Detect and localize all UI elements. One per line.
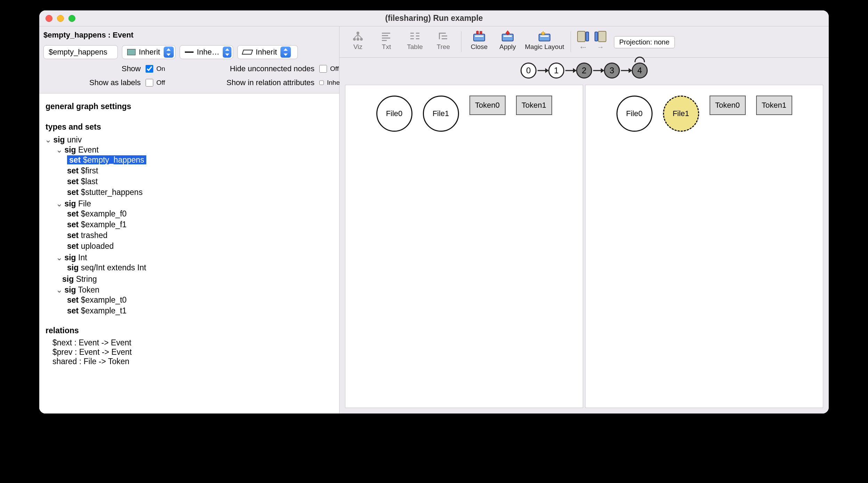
svg-point-2: [357, 38, 359, 41]
relation-next[interactable]: $next : Event -> Event: [52, 338, 336, 347]
tree-pane[interactable]: general graph settings types and sets ⌄ …: [39, 93, 339, 414]
set-keyword: set: [67, 188, 79, 197]
chevron-down-icon[interactable]: ⌄: [56, 285, 62, 295]
sig-keyword: sig: [64, 253, 76, 262]
svg-rect-25: [540, 35, 549, 37]
node-token0[interactable]: Token0: [469, 96, 506, 115]
show-as-labels-checkbox[interactable]: [146, 79, 153, 87]
nav-prev-label: ⤎: [578, 43, 589, 51]
show-in-relation-toggle[interactable]: Inherited: [318, 78, 339, 88]
tree-node-file[interactable]: ⌄ sig File set $example_f0 set $example_…: [56, 198, 336, 252]
node-label: File1: [673, 109, 689, 118]
stepper-icon[interactable]: [280, 47, 291, 58]
relation-prev[interactable]: $prev : Event -> Event: [52, 347, 336, 357]
show-checkbox[interactable]: [146, 65, 153, 73]
node-label: Token1: [762, 101, 786, 110]
svg-point-1: [353, 38, 356, 41]
tree-node-example-f0[interactable]: set $example_f0: [67, 208, 336, 219]
svg-rect-13: [416, 38, 419, 39]
svg-rect-6: [382, 38, 390, 39]
svg-rect-8: [410, 33, 414, 34]
txt-button[interactable]: Txt: [372, 30, 401, 51]
tree-node-example-t1[interactable]: set $example_t1: [67, 305, 336, 316]
name-field-value: $empty_happens: [49, 48, 107, 57]
tree-node-int[interactable]: ⌄ sig Int sig seq/Int extends Int: [56, 252, 336, 274]
tree-node-last[interactable]: set $last: [67, 176, 336, 187]
table-button[interactable]: Table: [401, 30, 429, 51]
viz-label: Viz: [353, 43, 362, 51]
color-combo[interactable]: Inherit: [122, 45, 175, 59]
canvas-row: File0 File1 Token0 Token1 File0 File1 To…: [339, 80, 829, 414]
svg-rect-27: [586, 32, 589, 41]
state-4[interactable]: 4: [632, 63, 648, 79]
relations-list: $next : Event -> Event $prev : Event -> …: [43, 338, 336, 366]
tree-node-token[interactable]: ⌄ sig Token set $example_t0 set $example…: [56, 285, 336, 317]
tree-node-event[interactable]: ⌄ sig Event set $empty_happens: [56, 145, 336, 198]
tree-node-first[interactable]: set $first: [67, 165, 336, 176]
tree-node-uploaded[interactable]: set uploaded: [67, 241, 336, 252]
node-label: Token1: [522, 101, 546, 110]
node-label: Token0: [475, 101, 500, 110]
minimize-window-button[interactable]: [57, 15, 64, 22]
state-2[interactable]: 2: [576, 63, 592, 79]
node-token0[interactable]: Token0: [710, 96, 746, 115]
line-combo[interactable]: Inhe…: [180, 45, 233, 59]
tree-node-univ[interactable]: ⌄ sig univ ⌄ sig Event: [45, 134, 336, 318]
state-label: 4: [637, 66, 642, 75]
tree-node-example-t0[interactable]: set $example_t0: [67, 295, 336, 305]
show-in-relation-checkbox[interactable]: [319, 79, 324, 87]
tree-node-empty-happens[interactable]: set $empty_happens: [67, 155, 336, 165]
inspector-grid: Show On Hide unconnected nodes Off Show …: [43, 64, 335, 88]
name-field[interactable]: $empty_happens: [43, 45, 118, 59]
action-group: Close Apply Magic Layout: [465, 30, 567, 51]
stepper-icon[interactable]: [164, 47, 174, 58]
types-and-sets-title: types and sets: [43, 120, 336, 134]
scroll-prev-button[interactable]: ⤎: [574, 30, 592, 51]
txt-label: Txt: [382, 43, 391, 51]
node-file1[interactable]: File1: [423, 96, 459, 132]
node-file0[interactable]: File0: [376, 96, 412, 132]
state-1[interactable]: 1: [548, 63, 564, 79]
chevron-down-icon[interactable]: ⌄: [56, 145, 62, 155]
tree-button[interactable]: Tree: [429, 30, 458, 51]
tree-label: $stutter_happens: [81, 188, 143, 197]
tree-node-trashed[interactable]: set trashed: [67, 230, 336, 241]
relation-shared[interactable]: shared : File -> Token: [52, 357, 336, 366]
tree-node-stutter-happens[interactable]: set $stutter_happens: [67, 187, 336, 198]
svg-rect-4: [382, 33, 390, 34]
viz-button[interactable]: Viz: [344, 30, 372, 51]
hide-unconnected-checkbox[interactable]: [319, 65, 327, 73]
general-graph-settings[interactable]: general graph settings: [43, 99, 336, 114]
node-file1-highlight[interactable]: File1: [663, 96, 699, 132]
chevron-down-icon[interactable]: ⌄: [45, 135, 51, 145]
tree-node-example-f1[interactable]: set $example_f1: [67, 219, 336, 230]
shape-combo[interactable]: Inherit: [237, 45, 298, 59]
sig-keyword: sig: [64, 285, 76, 294]
close-button[interactable]: Close: [465, 30, 493, 51]
shape-style-icon: [242, 50, 253, 55]
chevron-down-icon[interactable]: ⌄: [56, 199, 62, 208]
stepper-icon[interactable]: [223, 47, 231, 58]
projection-button[interactable]: Projection: none: [614, 36, 675, 48]
state-canvas-right[interactable]: File0 File1 Token0 Token1: [585, 85, 823, 408]
tree-node-string[interactable]: sig String: [56, 274, 336, 285]
set-keyword: set: [67, 220, 79, 229]
state-canvas-left[interactable]: File0 File1 Token0 Token1: [345, 85, 583, 408]
node-file0[interactable]: File0: [616, 96, 653, 132]
hide-unconnected-toggle[interactable]: Off: [318, 64, 339, 74]
node-token1[interactable]: Token1: [516, 96, 552, 115]
show-as-labels-toggle[interactable]: Off: [144, 78, 189, 88]
tree-node-seqint[interactable]: sig seq/Int extends Int: [67, 262, 336, 273]
apply-button[interactable]: Apply: [493, 30, 522, 51]
state-0[interactable]: 0: [521, 63, 537, 79]
show-toggle[interactable]: On: [144, 64, 189, 74]
chevron-down-icon[interactable]: ⌄: [56, 253, 62, 262]
scroll-next-button[interactable]: →: [592, 30, 609, 51]
tree-label: trashed: [81, 231, 108, 240]
magic-layout-button[interactable]: Magic Layout: [522, 30, 567, 51]
node-token1[interactable]: Token1: [756, 96, 792, 115]
zoom-window-button[interactable]: [68, 15, 75, 22]
svg-rect-15: [442, 35, 447, 36]
state-3[interactable]: 3: [604, 63, 620, 79]
close-window-button[interactable]: [46, 15, 52, 22]
